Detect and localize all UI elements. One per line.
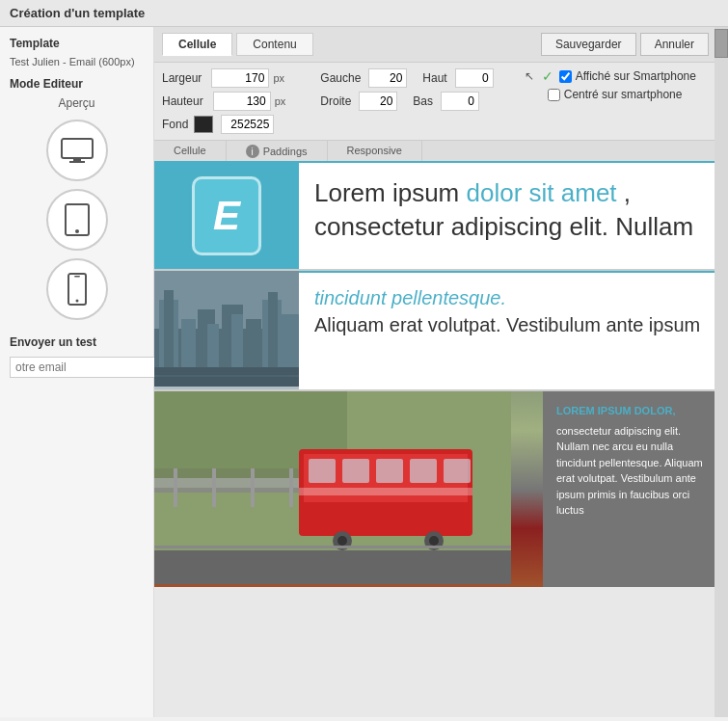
row1-text: Lorem ipsum dolor sit amet , consectetur… xyxy=(299,163,716,269)
desktop-icon xyxy=(60,137,94,164)
template-value: Test Julien - Email (600px) xyxy=(10,56,144,67)
mobile-icon xyxy=(67,272,88,307)
envoyer-title: Envoyer un test xyxy=(10,335,144,349)
svg-rect-30 xyxy=(251,468,255,507)
tab-cellule[interactable]: Cellule xyxy=(162,33,232,56)
hauteur-input[interactable] xyxy=(213,92,271,111)
svg-rect-0 xyxy=(62,139,93,158)
centre-smartphone-row: Centré sur smartphone xyxy=(525,88,696,101)
row2-image xyxy=(154,271,299,389)
fond-value-input[interactable] xyxy=(221,115,274,134)
svg-point-4 xyxy=(75,229,79,233)
row3-body: consectetur adipiscing elit. Nullam nec … xyxy=(556,423,703,519)
row3-text: LOREM IPSUM DOLOR, consectetur adipiscin… xyxy=(543,391,716,587)
device-mobile-btn[interactable] xyxy=(46,258,108,320)
vertical-scrollbar[interactable] xyxy=(715,27,728,717)
save-button[interactable]: Sauvegarder xyxy=(541,33,636,56)
section-tab-paddings[interactable]: i Paddings xyxy=(227,141,328,162)
hauteur-label: Hauteur xyxy=(162,94,203,108)
fond-row: Fond xyxy=(162,115,285,134)
title-text: Création d'un template xyxy=(10,6,145,20)
toolbar-actions: Sauvegarder Annuler xyxy=(541,33,709,56)
svg-point-6 xyxy=(75,300,78,303)
hauteur-unit: px xyxy=(275,95,286,107)
svg-point-43 xyxy=(429,536,439,546)
svg-rect-38 xyxy=(444,459,471,483)
gauche-input[interactable] xyxy=(368,68,407,88)
svg-point-41 xyxy=(337,536,347,546)
svg-rect-46 xyxy=(154,550,511,584)
bas-label: Bas xyxy=(413,94,433,108)
email-preview: E Lorem ipsum dolor sit amet , consectet… xyxy=(154,163,716,587)
svg-rect-2 xyxy=(69,161,85,163)
largeur-label: Largeur xyxy=(162,71,202,85)
cursor-arrow-icon: ↖ xyxy=(525,69,534,83)
props-paddings: Gauche Haut Droite Bas xyxy=(320,68,493,111)
template-label: Template xyxy=(10,37,144,50)
editor-toolbar: Cellule Contenu Sauvegarder Annuler xyxy=(154,27,716,63)
section-tab-responsive[interactable]: Responsive xyxy=(328,141,422,162)
affiche-smartphone-checkbox[interactable] xyxy=(559,70,572,83)
email-row-2[interactable]: tincidunt pellentesque. Aliquam erat vol… xyxy=(154,271,716,391)
row2-text: tincidunt pellentesque. Aliquam erat vol… xyxy=(299,271,716,389)
row1-text-normal1: Lorem ipsum xyxy=(314,178,467,207)
tab-contenu[interactable]: Contenu xyxy=(236,33,312,56)
row3-title: LOREM IPSUM DOLOR, xyxy=(556,403,703,419)
device-tablet-btn[interactable] xyxy=(46,189,108,251)
phone-icon-container: E xyxy=(192,176,261,255)
svg-rect-7 xyxy=(74,276,80,278)
apercu-title: Aperçu xyxy=(10,96,144,110)
droite-label: Droite xyxy=(320,94,351,108)
row1-text-highlight: dolor sit amet xyxy=(467,178,617,207)
scrollbar-thumb[interactable] xyxy=(715,29,728,58)
row1-icon-area: E xyxy=(154,163,299,269)
svg-rect-36 xyxy=(376,459,403,483)
centre-smartphone-checkbox[interactable] xyxy=(548,89,560,101)
fond-color-box[interactable] xyxy=(194,116,213,133)
email-row-3[interactable]: LOREM IPSUM DOLOR, consectetur adipiscin… xyxy=(154,391,716,587)
tram-image-svg xyxy=(154,391,511,584)
svg-rect-31 xyxy=(289,468,293,507)
phone-letter: E xyxy=(213,193,240,239)
paddings-label: Paddings xyxy=(263,146,308,157)
props-responsive: ↖ ✓ Affiché sur Smartphone Centré sur sm… xyxy=(525,68,696,101)
cancel-button[interactable]: Annuler xyxy=(640,33,709,56)
sidebar: Template Test Julien - Email (600px) Mod… xyxy=(0,27,154,717)
tablet-icon xyxy=(64,202,91,237)
svg-rect-28 xyxy=(174,468,177,507)
haut-label: Haut xyxy=(422,71,446,85)
info-icon: i xyxy=(246,145,259,158)
row2-text-normal: Aliquam erat volutpat. Vestibulum ante i… xyxy=(314,311,701,338)
svg-rect-1 xyxy=(73,158,81,161)
centre-smartphone-label: Centré sur smartphone xyxy=(564,88,683,101)
mode-label: Mode Editeur xyxy=(10,77,144,91)
section-tabs: Cellule i Paddings Responsive xyxy=(154,141,716,163)
section-tab-cellule[interactable]: Cellule xyxy=(154,141,227,162)
svg-rect-22 xyxy=(154,375,299,377)
device-desktop-btn[interactable] xyxy=(46,120,108,181)
city-image-svg xyxy=(154,271,299,387)
gauche-label: Gauche xyxy=(320,71,361,85)
apercu-section: Aperçu xyxy=(10,96,144,320)
envoyer-row xyxy=(10,355,144,380)
page-title: Création d'un template xyxy=(0,0,728,27)
bas-input[interactable] xyxy=(441,92,479,111)
svg-rect-35 xyxy=(342,459,369,483)
phone-bg: E xyxy=(192,176,261,255)
props-dimensions: Largeur px Hauteur px Fond xyxy=(162,68,285,134)
largeur-input[interactable] xyxy=(211,68,269,88)
fond-label: Fond xyxy=(162,118,188,131)
row3-image xyxy=(154,391,543,587)
content-area: Cellule Contenu Sauvegarder Annuler Larg… xyxy=(154,27,728,717)
check-icon: ✓ xyxy=(542,68,553,84)
email-row-1[interactable]: E Lorem ipsum dolor sit amet , consectet… xyxy=(154,163,716,271)
largeur-unit: px xyxy=(273,72,284,84)
properties-area: Largeur px Hauteur px Fond xyxy=(154,63,716,141)
svg-rect-39 xyxy=(299,488,472,495)
email-input[interactable] xyxy=(10,357,166,378)
svg-rect-37 xyxy=(410,459,437,483)
droite-input[interactable] xyxy=(359,92,397,111)
svg-rect-44 xyxy=(154,546,511,548)
row2-text-highlight: tincidunt pellentesque. xyxy=(314,284,701,311)
haut-input[interactable] xyxy=(455,68,494,88)
